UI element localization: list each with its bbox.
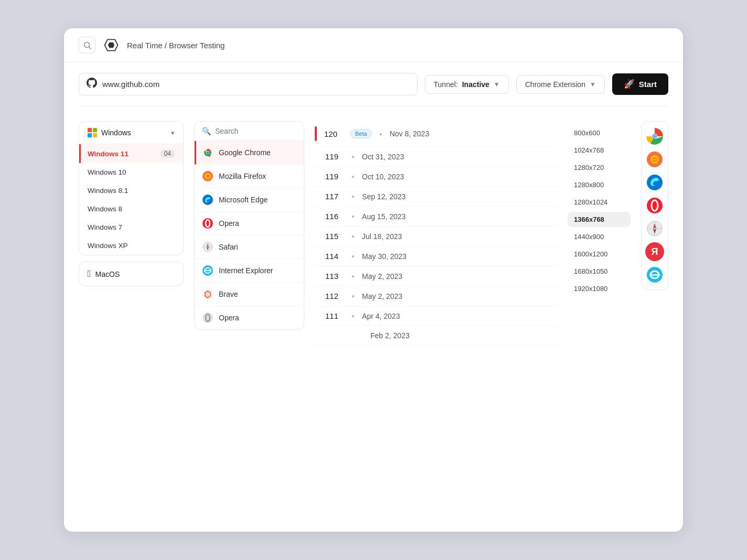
url-input[interactable] (102, 80, 410, 89)
macos-label: MacOS (95, 270, 120, 278)
ie-browser-icon (202, 265, 214, 276)
firefox-browser-icon (202, 170, 214, 182)
safari-browser-icon (202, 241, 214, 253)
toolbar: Tunnel: Inactive ▼ Chrome Extension ▼ 🚀 … (64, 62, 683, 106)
side-opera-icon[interactable] (645, 196, 664, 215)
resolution-1024x768[interactable]: 1024x768 (568, 143, 631, 158)
version-active-indicator (315, 126, 317, 141)
resolution-1366x768[interactable]: 1366x768 (568, 212, 631, 227)
svg-line-1 (89, 47, 91, 49)
extension-dropdown[interactable]: Chrome Extension ▼ (516, 75, 605, 94)
os-sidebar: Windows ▾ Windows 11 04 Windows 10 Windo… (79, 121, 184, 286)
version-row-feb[interactable]: Feb 2, 2023 (315, 326, 557, 346)
browser-list: 🔍 Go (194, 121, 304, 330)
resolution-1280x800[interactable]: 1280x800 (568, 177, 631, 192)
svg-point-29 (654, 135, 656, 137)
os-item-win10[interactable]: Windows 10 (79, 163, 183, 181)
content-area: Windows ▾ Windows 11 04 Windows 10 Windo… (64, 106, 683, 360)
extension-dropdown-arrow: ▼ (590, 81, 596, 88)
resolution-1600x1200[interactable]: 1600x1200 (568, 246, 631, 262)
version-row-112[interactable]: 112 ● May 2, 2023 (315, 286, 557, 306)
browser-item-brave[interactable]: Brave (195, 283, 304, 306)
svg-point-7 (206, 175, 209, 178)
side-edge-icon[interactable] (645, 173, 664, 192)
browser-search-bar: 🔍 (195, 122, 304, 141)
side-chrome-icon[interactable] (645, 127, 664, 146)
version-row-113[interactable]: 113 ● May 2, 2023 (315, 266, 557, 286)
tunnel-dropdown-arrow: ▼ (494, 81, 500, 88)
browser-item-chrome[interactable]: Google Chrome (195, 141, 304, 165)
version-row-119a[interactable]: 119 ● Oct 31, 2023 (315, 147, 557, 167)
browser-item-safari[interactable]: Safari (195, 235, 304, 259)
start-button[interactable]: 🚀 Start (612, 73, 668, 95)
browser-icons-sidebar: Я (641, 121, 668, 290)
opera2-browser-icon (202, 312, 214, 324)
svg-point-34 (647, 175, 663, 190)
windows-os-header[interactable]: Windows ▾ (79, 122, 183, 144)
resolution-list: 800x600 1024x768 1280x720 1280x800 1280x… (568, 121, 631, 296)
tunnel-status: Inactive (462, 80, 489, 89)
browser-name-edge: Microsoft Edge (219, 196, 268, 204)
header: Real Time / Browser Testing (64, 28, 683, 62)
opera-browser-icon (202, 218, 214, 229)
resolution-1680x1050[interactable]: 1680x1050 (568, 264, 631, 279)
windows-os-card: Windows ▾ Windows 11 04 Windows 10 Windo… (79, 121, 184, 255)
version-row-116[interactable]: 116 ● Aug 15, 2023 (315, 207, 557, 227)
browser-name-opera1: Opera (219, 219, 239, 228)
browser-item-opera2[interactable]: Opera (195, 306, 304, 329)
tunnel-dropdown[interactable]: Tunnel: Inactive ▼ (425, 75, 509, 94)
windows-expand-icon: ▾ (171, 129, 175, 137)
browser-name-chrome: Google Chrome (219, 148, 271, 157)
logo (102, 36, 121, 55)
os-item-win11[interactable]: Windows 11 04 (79, 144, 183, 163)
side-safari-icon[interactable] (645, 219, 664, 238)
browser-item-edge[interactable]: Microsoft Edge (195, 188, 304, 212)
os-item-win81[interactable]: Windows 8.1 (79, 181, 183, 200)
browser-item-opera1[interactable]: Opera (195, 212, 304, 235)
svg-point-8 (202, 195, 213, 205)
browser-item-ie[interactable]: Internet Explorer (195, 259, 304, 283)
resolution-1280x720[interactable]: 1280x720 (568, 160, 631, 175)
header-search-button[interactable] (79, 37, 95, 53)
browser-name-safari: Safari (219, 243, 238, 251)
side-firefox-icon[interactable] (645, 150, 664, 169)
svg-rect-45 (649, 274, 660, 276)
svg-point-4 (207, 152, 209, 154)
main-card: Real Time / Browser Testing Tunnel: Inac… (64, 28, 683, 532)
resolution-1440x900[interactable]: 1440x900 (568, 229, 631, 244)
windows-label: Windows (101, 128, 131, 137)
side-ie-icon[interactable] (645, 265, 664, 284)
extension-label: Chrome Extension (525, 80, 585, 89)
svg-rect-19 (205, 270, 211, 271)
browser-search-input[interactable] (215, 127, 304, 135)
resolution-1280x1024[interactable]: 1280x1024 (568, 195, 631, 210)
version-row-114[interactable]: 114 ● May 30, 2023 (315, 246, 557, 266)
search-icon: 🔍 (202, 127, 211, 135)
browser-name-opera2: Opera (219, 314, 239, 322)
version-row-119b[interactable]: 119 ● Oct 10, 2023 (315, 167, 557, 187)
browser-name-firefox: Mozilla Firefox (219, 172, 266, 180)
version-row-115[interactable]: 115 ● Jul 18, 2023 (315, 227, 557, 246)
browser-item-firefox[interactable]: Mozilla Firefox (195, 165, 304, 188)
macos-card[interactable]:  MacOS (79, 262, 184, 286)
version-row-111[interactable]: 111 ● Apr 4, 2023 (315, 306, 557, 326)
os-item-win7[interactable]: Windows 7 (79, 218, 183, 236)
tunnel-label: Tunnel: (434, 80, 458, 89)
version-row-120[interactable]: 120 Beta ● Nov 8, 2023 (315, 121, 557, 147)
rocket-icon: 🚀 (624, 79, 635, 90)
os-item-win8[interactable]: Windows 8 (79, 200, 183, 218)
svg-point-33 (654, 158, 656, 160)
github-icon (87, 78, 97, 91)
chrome-browser-icon (202, 147, 214, 158)
resolution-1920x1080[interactable]: 1920x1080 (568, 281, 631, 296)
url-input-wrap (79, 73, 418, 95)
browser-name-brave: Brave (219, 290, 238, 298)
side-yandex-icon[interactable]: Я (645, 242, 664, 261)
yandex-letter: Я (652, 246, 658, 257)
start-label: Start (639, 80, 657, 89)
os-item-winxp[interactable]: Windows XP (79, 236, 183, 255)
version-row-117[interactable]: 117 ● Sep 12, 2023 (315, 187, 557, 207)
brave-browser-icon (202, 288, 214, 300)
resolution-800x600[interactable]: 800x600 (568, 125, 631, 141)
edge-browser-icon (202, 194, 214, 206)
